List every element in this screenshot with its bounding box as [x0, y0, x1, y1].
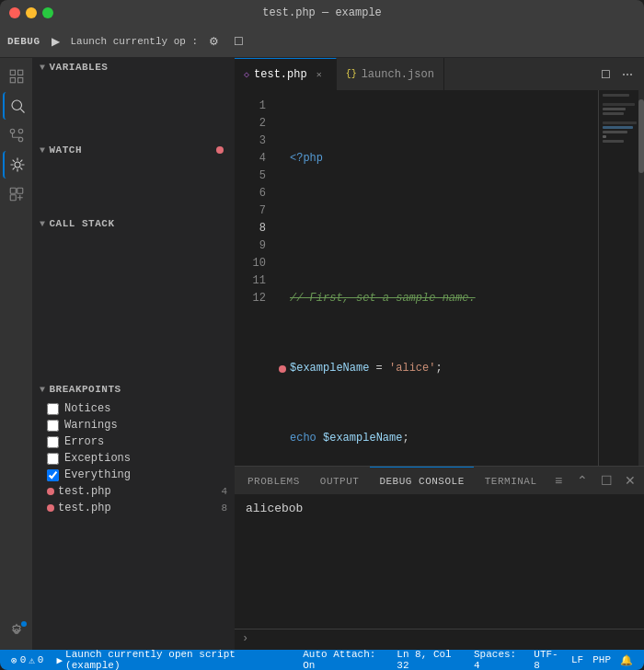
launch-label: Launch currently open script (example)	[65, 649, 284, 670]
panel-actions: ≡ ⌃ ☐ ✕	[548, 470, 640, 491]
debug-toolbar: DEBUG ▶ Launch currently op : ⚙ ☐	[0, 26, 644, 58]
list-item: Exceptions	[32, 450, 235, 467]
watch-arrow: ▼	[40, 145, 46, 156]
breakpoints-body: Notices Warnings Errors Ex	[32, 399, 235, 518]
panel-close-btn[interactable]: ✕	[620, 470, 640, 491]
breakpoint-marker	[279, 365, 286, 373]
breakpoints-header[interactable]: ▼ BREAKPOINTS	[32, 380, 235, 399]
tab-test-php[interactable]: ◇ test.php ✕	[235, 58, 337, 90]
svg-rect-12	[10, 188, 16, 193]
activity-bar	[0, 58, 32, 650]
activity-scm-icon[interactable]	[3, 121, 30, 149]
breakpoint-filename: test.php	[58, 502, 111, 514]
status-bell[interactable]: 🔔	[616, 649, 637, 670]
status-language[interactable]: PHP	[589, 649, 615, 670]
tab-launch-json[interactable]: {} launch.json	[337, 58, 444, 90]
activity-debug-icon[interactable]	[3, 151, 30, 179]
watch-header[interactable]: ▼ WATCH	[32, 141, 235, 159]
tab-close-button[interactable]: ✕	[312, 67, 327, 82]
breakpoint-label: Exceptions	[64, 452, 131, 465]
tab-problems[interactable]: PROBLEMS	[238, 467, 309, 494]
notices-checkbox[interactable]	[47, 403, 59, 415]
status-eol[interactable]: LF	[568, 649, 587, 670]
variables-arrow: ▼	[40, 63, 46, 73]
json-icon: {}	[346, 69, 357, 79]
breakpoint-line: 4	[221, 486, 227, 497]
tab-debug-console[interactable]: DEBUG CONSOLE	[370, 467, 473, 494]
variables-header[interactable]: ▼ VARIABLES	[32, 58, 235, 76]
line-col-label: Ln 8, Col 32	[397, 649, 465, 670]
php-icon: ◇	[244, 69, 249, 80]
toolbar-split-btn[interactable]: ☐	[230, 33, 247, 50]
close-button[interactable]	[9, 7, 20, 18]
status-errors[interactable]: ⊗ 0 ⚠ 0	[7, 654, 47, 666]
auto-attach-label: Auto Attach: On	[303, 649, 387, 670]
debug-console-tab-label: DEBUG CONSOLE	[379, 476, 464, 487]
scrollbar-thumb[interactable]	[638, 99, 644, 173]
bell-icon: 🔔	[620, 654, 633, 666]
callstack-section: ▼ CALL STACK	[32, 214, 235, 380]
tab-terminal[interactable]: TERMINAL	[476, 467, 546, 494]
status-auto-attach[interactable]: Auto Attach: On	[299, 649, 391, 670]
activity-explorer-icon[interactable]	[3, 63, 30, 90]
activity-settings-icon[interactable]	[3, 618, 30, 645]
console-output: alicebob	[246, 502, 633, 515]
svg-rect-14	[10, 195, 16, 201]
tab-label: launch.json	[362, 68, 434, 81]
encoding-label: UTF-8	[534, 649, 562, 670]
panel-filter-btn[interactable]: ≡	[548, 470, 569, 491]
panel-collapse-btn[interactable]: ⌃	[572, 470, 592, 491]
terminal-input-row: ›	[235, 629, 644, 650]
spaces-label: Spaces: 4	[474, 649, 524, 670]
minimize-button[interactable]	[26, 7, 37, 18]
activity-extensions-icon[interactable]	[3, 180, 30, 208]
terminal-chevron: ›	[242, 632, 248, 645]
title-bar: test.php — example	[0, 0, 644, 26]
panel-layout-btn[interactable]: ☐	[596, 470, 616, 491]
terminal-input[interactable]	[252, 631, 637, 646]
code-content[interactable]: <?php // First, set a sample name.	[271, 90, 598, 466]
run-button[interactable]: ▶	[48, 33, 63, 50]
errors-checkbox[interactable]	[47, 436, 59, 448]
language-label: PHP	[592, 654, 611, 665]
breakpoint-label: Everything	[64, 468, 131, 481]
scrollbar-track	[638, 90, 644, 466]
svg-point-4	[12, 100, 22, 110]
list-item: Notices	[32, 400, 235, 417]
svg-point-6	[10, 129, 15, 133]
warnings-checkbox[interactable]	[47, 420, 59, 432]
breakpoints-label: BREAKPOINTS	[50, 384, 121, 395]
status-spaces[interactable]: Spaces: 4	[470, 649, 528, 670]
error-icon: ⊗	[11, 654, 17, 666]
error-count: 0	[20, 654, 27, 665]
more-actions-button[interactable]: ⋯	[618, 66, 637, 83]
split-editor-button[interactable]: ☐	[597, 66, 615, 83]
svg-rect-1	[17, 70, 22, 75]
panel-content: alicebob	[235, 494, 644, 629]
breakpoint-filename: test.php	[58, 485, 111, 498]
callstack-header[interactable]: ▼ CALL STACK	[32, 214, 235, 233]
maximize-button[interactable]	[42, 7, 53, 18]
code-line: // First, set a sample name.	[279, 290, 598, 307]
list-item: Errors	[32, 433, 235, 450]
callstack-label: CALL STACK	[50, 218, 115, 229]
activity-search-icon[interactable]	[3, 92, 30, 120]
svg-rect-2	[10, 78, 15, 83]
line-numbers: 1 2 3 4 5 6 7 8 9 10 11 12	[235, 90, 271, 466]
svg-rect-0	[10, 70, 15, 75]
code-line	[279, 220, 598, 237]
status-bar: ⊗ 0 ⚠ 0 ▶ Launch currently open script (…	[0, 650, 644, 670]
launch-config-label: Launch currently op :	[71, 36, 199, 47]
status-line-col[interactable]: Ln 8, Col 32	[393, 649, 468, 670]
tabs-actions: ☐ ⋯	[590, 66, 644, 83]
tab-output[interactable]: OUTPUT	[311, 467, 369, 494]
toolbar-settings-btn[interactable]: ⚙	[205, 33, 223, 50]
problems-tab-label: PROBLEMS	[247, 476, 300, 487]
exceptions-checkbox[interactable]	[47, 453, 59, 465]
everything-checkbox[interactable]	[47, 469, 59, 481]
breakpoints-arrow: ▼	[40, 385, 46, 395]
status-encoding[interactable]: UTF-8	[530, 649, 566, 670]
status-launch[interactable]: ▶ Launch currently open script (example)	[52, 649, 288, 670]
editor-area: ◇ test.php ✕ {} launch.json ☐ ⋯ 1 2	[235, 58, 644, 650]
callstack-arrow: ▼	[40, 219, 46, 229]
